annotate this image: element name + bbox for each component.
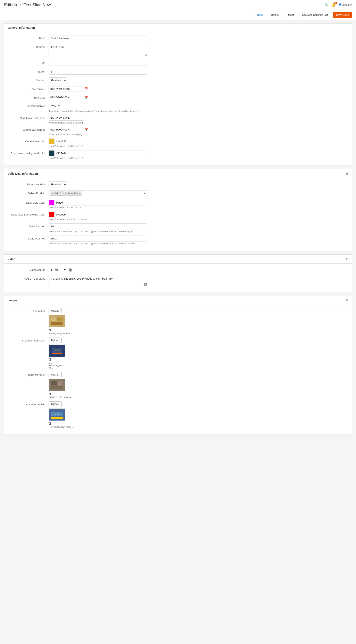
end-date-input[interactable] xyxy=(49,95,83,100)
thumbnail-upload-button[interactable]: Upload xyxy=(49,308,62,314)
url-input[interactable] xyxy=(49,60,147,66)
video-source-label: Video source xyxy=(8,267,49,272)
svg-text:3,299: 3,299 xyxy=(55,350,59,352)
daily-deal-left-input[interactable] xyxy=(49,224,147,230)
daily-deal-section-header[interactable]: Daily Deal Information ⊖ xyxy=(4,169,352,178)
main-content: General Information Title * Content test… xyxy=(0,20,356,441)
svg-rect-7 xyxy=(52,353,62,354)
video-url-label: Add URL of Video xyxy=(8,276,49,280)
start-date-label: Start Date * xyxy=(8,86,49,91)
countdown-bg-color-swatch xyxy=(49,150,54,156)
daily-deal-color-input[interactable] xyxy=(54,200,147,206)
countdown-to-row: Countdown date to 📅 When countdown ends … xyxy=(8,127,348,136)
title-input[interactable] xyxy=(49,35,147,41)
image-desktop-delete-icon[interactable]: 🗑 xyxy=(49,358,65,361)
admin-label: admin xyxy=(342,3,350,6)
status-label: Status * xyxy=(8,78,49,82)
daily-deal-top-row: Daily Deal Top Use CSS unit value like "… xyxy=(8,236,348,245)
daily-deal-bg-color-row: Daily Deal Background Color Use CSS valu… xyxy=(8,212,348,220)
image-tablet-label: Image for tablet xyxy=(8,372,49,376)
svg-rect-14 xyxy=(51,417,63,419)
images-section-header[interactable]: Images ⊖ xyxy=(4,296,352,305)
admin-menu[interactable]: 👤 admin ▾ xyxy=(338,3,352,6)
video-section: Video ⊖ Video source HTML YouTube Vimeo … xyxy=(4,254,352,292)
countdown-to-input[interactable] xyxy=(49,127,83,132)
countdown-from-input[interactable] xyxy=(49,115,83,121)
image-tablet-control-wrap: Upload 🗑 DESK0812202309491... xyxy=(49,372,147,398)
image-mobile-upload-button[interactable]: Upload xyxy=(49,402,62,407)
countdown-color-input-group xyxy=(49,138,147,144)
counter-enabled-hint: If counter is enabled then "Countdown da… xyxy=(49,110,147,112)
select-product-input[interactable]: 24-MB01 ✕ 24-MB04 ✕ ▾ xyxy=(49,190,147,197)
image-tablet-delete-icon[interactable]: 🗑 xyxy=(49,392,65,396)
start-date-input[interactable] xyxy=(49,86,83,92)
product-tag-24mb04: 24-MB04 ✕ xyxy=(66,192,82,196)
title-row: Title * xyxy=(8,35,348,41)
image-tablet-upload-button[interactable]: Upload xyxy=(49,372,62,377)
countdown-to-label: Countdown date to xyxy=(8,127,49,131)
user-icon: 👤 xyxy=(338,3,342,6)
video-section-header[interactable]: Video ⊖ xyxy=(4,254,352,264)
images-chevron-icon: ⊖ xyxy=(346,298,348,302)
video-url-input[interactable]: https://magento.local/media/mov_bbb.mp4 xyxy=(49,276,143,286)
general-section-title: General Information xyxy=(8,26,35,29)
countdown-bg-color-input[interactable] xyxy=(54,150,147,156)
image-desktop-filename: 5Bi-Reliance_retail-vo... xyxy=(49,362,65,369)
thumbnail-label: Thumbnail xyxy=(8,308,49,312)
video-section-body: Video source HTML YouTube Vimeo ? Add UR… xyxy=(4,264,352,292)
image-mobile-delete-icon[interactable]: 🗑 xyxy=(49,422,65,425)
end-date-calendar-icon[interactable]: 📅 xyxy=(84,96,88,99)
bell-icon[interactable]: 🔔 1 xyxy=(331,3,335,7)
search-icon[interactable]: 🔍 xyxy=(324,3,328,7)
thumbnail-delete-icon[interactable]: 🗑 xyxy=(49,328,65,332)
image-desktop-row: Image for desktop * Upload 3,299 xyxy=(8,338,348,369)
countdown-to-hint: When countdown ends displaying xyxy=(49,133,147,136)
countdown-from-row: Countdown date from When countdown start… xyxy=(8,115,348,124)
status-select[interactable]: Enabled Disabled xyxy=(49,78,67,83)
general-information-header[interactable]: General Information xyxy=(4,24,352,32)
daily-deal-left-row: Daily Deal left Use CSS unit value like … xyxy=(8,224,348,233)
video-url-help-icon[interactable]: ? xyxy=(144,283,147,286)
delete-button[interactable]: Delete xyxy=(268,12,282,18)
back-button[interactable]: ← Back xyxy=(251,12,266,18)
video-source-help-icon[interactable]: ? xyxy=(69,268,72,272)
mobile-image-svg: SLIDE xyxy=(51,410,63,419)
save-slide-button[interactable]: Save Slide xyxy=(333,12,352,18)
svg-rect-11 xyxy=(51,386,63,389)
start-date-control-wrap: 📅 xyxy=(49,86,147,92)
countdown-color-input[interactable] xyxy=(54,139,147,144)
remove-product-24mb01[interactable]: ✕ xyxy=(62,192,64,195)
daily-deal-bg-color-hint: Use CSS value like "#f0f0f0" or "white" xyxy=(49,218,147,220)
select-product-label: Select Product xyxy=(8,190,49,195)
image-mobile-control-wrap: Upload SLIDE 🗑 FHK_Slideshow_main_... xyxy=(49,402,147,428)
remove-product-24mb04[interactable]: ✕ xyxy=(79,192,80,195)
image-desktop-upload-button[interactable]: Upload xyxy=(49,338,62,343)
content-textarea[interactable]: test new xyxy=(49,44,147,56)
counter-enabled-row: Counter enabled Yes No If counter is ena… xyxy=(8,103,348,112)
images-section: Images ⊖ Thumbnail Upload xyxy=(4,296,352,434)
url-row: Url xyxy=(8,60,348,66)
daily-deal-bg-color-input[interactable] xyxy=(54,212,147,217)
daily-deal-color-hint: Use CSS value like "#ffffff" or "red" xyxy=(49,206,147,209)
video-section-title: Video xyxy=(8,258,15,261)
save-continue-button[interactable]: Save and Continue Edit xyxy=(299,12,331,18)
video-source-select[interactable]: HTML YouTube Vimeo xyxy=(49,267,67,273)
general-section-body: Title * Content test new Url xyxy=(4,32,352,166)
status-control-wrap: Enabled Disabled xyxy=(49,78,147,83)
daily-deal-top-label: Daily Deal Top xyxy=(8,236,49,240)
counter-enabled-label: Counter enabled xyxy=(8,103,49,108)
image-tablet-filename: DESK0812202309491... xyxy=(49,396,65,398)
start-date-calendar-icon[interactable]: 📅 xyxy=(84,87,88,91)
daily-deal-top-input[interactable] xyxy=(49,236,147,242)
counter-enabled-select[interactable]: Yes No xyxy=(49,103,61,109)
image-mobile-label: Image for mobile xyxy=(8,402,49,406)
image-mobile-filename: FHK_Slideshow_main_... xyxy=(49,426,65,428)
reset-button[interactable]: Reset xyxy=(284,12,297,18)
image-desktop-label: Image for desktop * xyxy=(8,338,49,342)
countdown-to-calendar-icon[interactable]: 📅 xyxy=(84,128,88,132)
product-select-dropdown-icon[interactable]: ▾ xyxy=(144,192,146,195)
position-input[interactable] xyxy=(49,68,147,74)
countdown-bg-color-input-group xyxy=(49,150,147,156)
show-daily-deal-select[interactable]: Enabled Disabled xyxy=(49,182,67,188)
countdown-color-swatch xyxy=(49,138,54,144)
